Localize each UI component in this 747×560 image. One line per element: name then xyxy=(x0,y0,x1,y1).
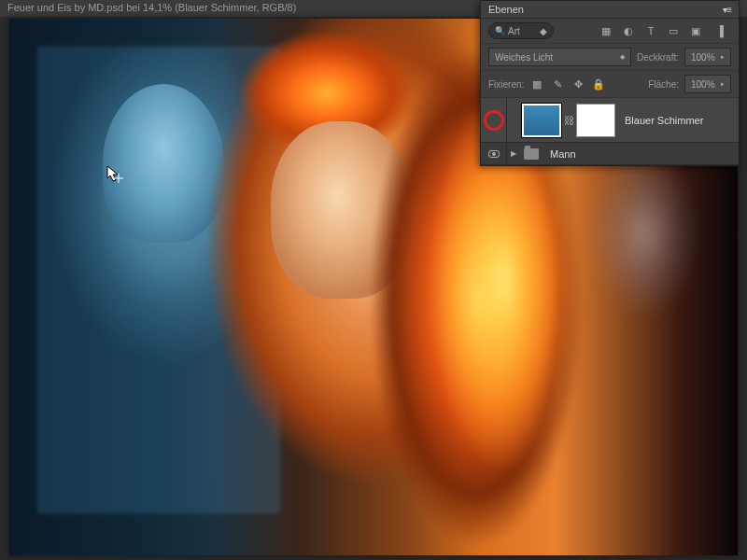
chevron-icon: ▸ xyxy=(721,80,725,88)
filter-shape-icon[interactable]: ▭ xyxy=(666,23,681,38)
opacity-label: Deckkraft: xyxy=(637,52,679,63)
search-icon: 🔍 xyxy=(495,26,505,35)
link-mask-icon[interactable]: ⛓ xyxy=(563,115,574,126)
chevron-icon: ▸ xyxy=(721,53,725,61)
layer-row[interactable]: ▶ Mann xyxy=(481,143,739,165)
blend-mode-select[interactable]: Weiches Licht ◆ xyxy=(488,48,631,66)
filter-adjust-icon[interactable]: ◐ xyxy=(621,23,636,38)
fill-label: Fläche: xyxy=(648,79,679,90)
layer-filter-select[interactable]: 🔍 Art ◆ xyxy=(488,22,554,39)
layer-row[interactable]: ⛓ Blauer Schimmer xyxy=(481,98,739,143)
filter-type-icon[interactable]: T xyxy=(643,23,658,38)
panel-tab-layers[interactable]: Ebenen ▾≡ xyxy=(481,1,739,19)
layer-name[interactable]: Blauer Schimmer xyxy=(617,115,739,126)
fill-input[interactable]: 100% ▸ xyxy=(684,75,731,93)
visibility-toggle[interactable] xyxy=(481,143,507,165)
mask-thumbnail[interactable] xyxy=(576,104,615,137)
lock-pixels-icon[interactable]: ✎ xyxy=(550,77,565,91)
panel-menu-icon[interactable]: ▾≡ xyxy=(723,5,731,15)
lock-transparent-icon[interactable]: ▩ xyxy=(529,77,544,91)
lock-position-icon[interactable]: ✥ xyxy=(571,77,585,91)
fill-value: 100% xyxy=(691,79,715,90)
blend-mode-value: Weiches Licht xyxy=(495,52,553,63)
eye-icon xyxy=(488,150,500,158)
layers-panel: Ebenen ▾≡ 🔍 Art ◆ ▦ ◐ T ▭ ▣ ▌ Weiches Li… xyxy=(480,0,740,166)
panel-tab-label: Ebenen xyxy=(488,4,524,15)
visibility-toggle[interactable] xyxy=(481,98,507,142)
filter-smart-icon[interactable]: ▣ xyxy=(688,23,703,38)
lock-all-icon[interactable]: 🔒 xyxy=(591,77,606,91)
folder-icon xyxy=(524,148,539,160)
chevron-icon: ◆ xyxy=(540,26,547,36)
highlight-circle-icon xyxy=(484,110,504,131)
filter-pixel-icon[interactable]: ▦ xyxy=(599,23,613,38)
opacity-input[interactable]: 100% ▸ xyxy=(684,48,731,66)
lock-label: Fixieren: xyxy=(488,79,524,90)
layer-filter-label: Art xyxy=(508,26,520,36)
layers-list: ⛓ Blauer Schimmer ▶ Mann xyxy=(481,98,739,165)
expand-toggle[interactable]: ▶ xyxy=(507,149,520,158)
layer-thumbnail[interactable] xyxy=(522,104,561,137)
chevron-icon: ◆ xyxy=(620,53,625,61)
opacity-value: 100% xyxy=(691,52,715,63)
layer-name[interactable]: Mann xyxy=(543,148,739,160)
filter-toggle-icon[interactable]: ▌ xyxy=(716,23,731,38)
